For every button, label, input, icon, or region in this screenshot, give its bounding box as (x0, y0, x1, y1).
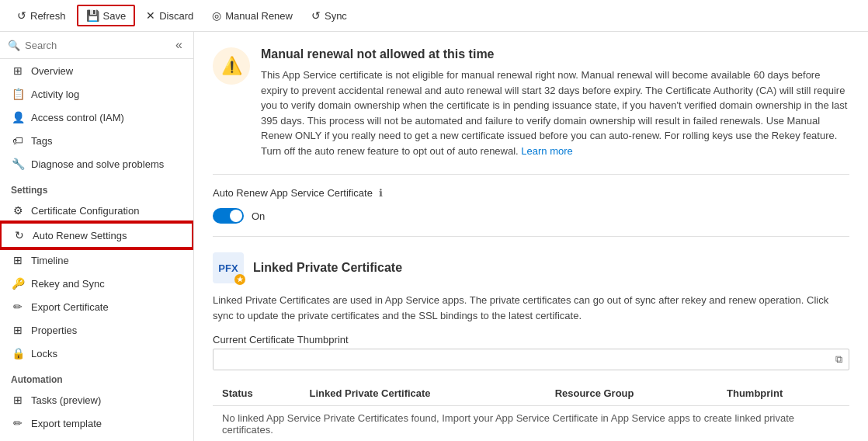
sidebar-item-cert-config-label: Certificate Configuration (31, 205, 139, 217)
sidebar-item-properties-label: Properties (31, 325, 77, 336)
automation-section-header: Automation (0, 368, 193, 388)
thumbprint-copy-button[interactable]: ⧉ (829, 349, 849, 370)
diagnose-icon: 🔧 (11, 158, 25, 170)
learn-more-link[interactable]: Learn more (521, 145, 572, 157)
export-cert-icon: ✏ (11, 300, 25, 313)
toggle-slider (213, 208, 244, 224)
sidebar-item-tags[interactable]: 🏷 Tags (0, 129, 193, 152)
sidebar-item-locks[interactable]: 🔒 Locks (0, 342, 193, 365)
sidebar-item-export-cert[interactable]: ✏ Export Certificate (0, 295, 193, 318)
collapse-sidebar-button[interactable]: « (172, 38, 186, 52)
no-results-message: No linked App Service Private Certificat… (213, 406, 849, 442)
col-status: Status (213, 381, 300, 406)
linked-cert-section: PFX ★ Linked Private Certificate Linked … (213, 252, 849, 441)
content-area: ⚠️ Manual renewal not allowed at this ti… (194, 32, 868, 441)
col-thumbprint: Thumbprint (717, 381, 849, 406)
toolbar: ↺ Refresh 💾 Save ✕ Discard ◎ Manual Rene… (0, 0, 868, 32)
sidebar-item-export-template[interactable]: ✏ Export template (0, 411, 193, 435)
refresh-icon: ↺ (17, 9, 26, 22)
sync-button[interactable]: ↺ Sync (304, 6, 355, 25)
sidebar-item-rekey-sync[interactable]: 🔑 Rekey and Sync (0, 272, 193, 295)
pfx-text: PFX (218, 262, 238, 274)
search-box: 🔍 « (0, 32, 193, 59)
sidebar-item-export-template-label: Export template (31, 418, 102, 429)
info-icon[interactable]: ℹ (379, 187, 383, 199)
sidebar-item-properties[interactable]: ⊞ Properties (0, 318, 193, 342)
rekey-sync-icon: 🔑 (11, 277, 25, 290)
search-input[interactable] (25, 40, 168, 51)
tags-icon: 🏷 (11, 134, 25, 147)
sidebar-item-locks-label: Locks (31, 348, 57, 359)
pfx-header: PFX ★ Linked Private Certificate (213, 252, 849, 283)
warning-banner: ⚠️ Manual renewal not allowed at this ti… (213, 47, 849, 158)
tasks-preview-icon: ⊞ (11, 394, 25, 406)
sync-icon: ↺ (311, 9, 321, 22)
sidebar-item-timeline-label: Timeline (31, 255, 69, 266)
divider-1 (213, 174, 849, 175)
refresh-label: Refresh (30, 10, 66, 22)
thumbprint-input[interactable] (214, 350, 829, 370)
pfx-badge-icon: ★ (234, 274, 245, 285)
sidebar-item-overview[interactable]: ⊞ Overview (0, 59, 193, 82)
cert-config-icon: ⚙ (11, 204, 25, 217)
sidebar-item-access-control[interactable]: 👤 Access control (IAM) (0, 106, 193, 129)
search-icon: 🔍 (8, 40, 20, 51)
warning-content: Manual renewal not allowed at this time … (261, 47, 849, 158)
sidebar-item-tags-label: Tags (31, 135, 52, 147)
timeline-icon: ⊞ (11, 254, 25, 266)
sidebar-item-activity-log-label: Activity log (31, 89, 79, 100)
toggle-on-label: On (252, 210, 265, 222)
sidebar-item-export-cert-label: Export Certificate (31, 301, 109, 313)
cert-table-header-row: Status Linked Private Certificate Resour… (213, 381, 849, 406)
warning-title: Manual renewal not allowed at this time (261, 47, 849, 61)
sync-label: Sync (325, 10, 347, 22)
properties-icon: ⊞ (11, 324, 25, 336)
manual-renew-icon: ◎ (212, 9, 221, 22)
sidebar-item-cert-config[interactable]: ⚙ Certificate Configuration (0, 199, 193, 222)
col-resource-group: Resource Group (546, 381, 717, 406)
pfx-title: Linked Private Certificate (253, 261, 402, 275)
warning-triangle-icon: ⚠️ (221, 56, 242, 76)
thumbprint-input-row: ⧉ (213, 349, 849, 370)
sidebar: 🔍 « ⊞ Overview 📋 Activity log 👤 Access c… (0, 32, 194, 441)
pfx-icon: PFX ★ (213, 252, 244, 283)
access-control-icon: 👤 (11, 111, 25, 123)
export-template-icon: ✏ (11, 417, 25, 429)
sidebar-item-access-control-label: Access control (IAM) (31, 112, 124, 123)
cert-table: Status Linked Private Certificate Resour… (213, 381, 849, 441)
cert-table-head: Status Linked Private Certificate Resour… (213, 381, 849, 406)
sidebar-item-auto-renew-label: Auto Renew Settings (33, 230, 127, 241)
no-results-row: No linked App Service Private Certificat… (213, 406, 849, 442)
copy-icon: ⧉ (835, 353, 842, 365)
settings-section-header: Settings (0, 179, 193, 199)
manual-renew-label: Manual Renew (225, 10, 293, 22)
col-linked-cert: Linked Private Certificate (300, 381, 546, 406)
pfx-desc: Linked Private Certificates are used in … (213, 293, 849, 323)
refresh-button[interactable]: ↺ Refresh (9, 6, 74, 25)
activity-log-icon: 📋 (11, 88, 25, 100)
sidebar-item-rekey-sync-label: Rekey and Sync (31, 278, 105, 290)
auto-renew-row: Auto Renew App Service Certificate ℹ (213, 187, 849, 199)
sidebar-item-diagnose[interactable]: 🔧 Diagnose and solve problems (0, 152, 193, 175)
save-button[interactable]: 💾 Save (77, 5, 136, 26)
save-label: Save (103, 10, 127, 22)
sidebar-item-tasks-preview[interactable]: ⊞ Tasks (preview) (0, 388, 193, 411)
sidebar-item-tasks-preview-label: Tasks (preview) (31, 394, 101, 406)
sidebar-item-overview-label: Overview (31, 65, 73, 77)
cert-table-body: No linked App Service Private Certificat… (213, 406, 849, 442)
sidebar-item-timeline[interactable]: ⊞ Timeline (0, 248, 193, 272)
warning-text: This App Service certificate is not elig… (261, 68, 849, 158)
divider-2 (213, 236, 849, 237)
sidebar-item-auto-renew[interactable]: ↻ Auto Renew Settings (0, 222, 193, 248)
discard-label: Discard (159, 10, 193, 22)
locks-icon: 🔒 (11, 347, 25, 359)
save-icon: 💾 (86, 9, 99, 22)
sidebar-item-activity-log[interactable]: 📋 Activity log (0, 82, 193, 106)
overview-icon: ⊞ (11, 64, 25, 77)
manual-renew-button[interactable]: ◎ Manual Renew (204, 6, 300, 25)
auto-renew-icon: ↻ (12, 229, 26, 241)
sidebar-item-diagnose-label: Diagnose and solve problems (31, 158, 164, 170)
warning-text-body: This App Service certificate is not elig… (261, 69, 847, 157)
discard-button[interactable]: ✕ Discard (138, 6, 201, 25)
auto-renew-toggle[interactable] (213, 208, 244, 224)
